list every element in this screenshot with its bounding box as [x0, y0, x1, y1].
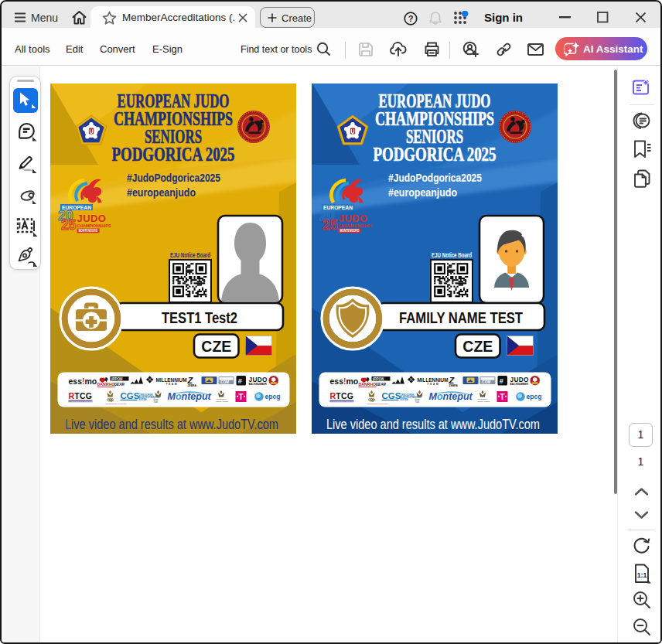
svg-text:RADIO TELEVIZIJA CRNE GORE: RADIO TELEVIZIJA CRNE GORE	[331, 400, 356, 402]
svg-text:Live video and results at www.: Live video and results at www.JudoTV.com	[65, 417, 278, 432]
svg-text:sporta i mladih: sporta i mladih	[478, 400, 490, 403]
svg-text:.COM: .COM	[220, 380, 229, 384]
svg-text:GEAR: GEAR	[376, 383, 387, 387]
svg-text:.COM: .COM	[481, 380, 490, 384]
svg-text:MILLENNIUM: MILLENNIUM	[156, 377, 187, 383]
svg-text:MONTENEGRO: MONTENEGRO	[79, 229, 98, 233]
svg-text:CZE: CZE	[201, 338, 231, 355]
svg-text:ZEBRA: ZEBRA	[188, 384, 197, 387]
svg-text:IPPON: IPPON	[111, 377, 123, 381]
svg-text:CGS: CGS	[382, 391, 401, 400]
svg-text:IPPON: IPPON	[373, 377, 384, 381]
svg-text:EJU Notice Board: EJU Notice Board	[432, 251, 472, 259]
svg-text:TEAM: TEAM	[428, 383, 440, 386]
svg-text:CGS: CGS	[121, 391, 140, 400]
svg-text:#: #	[500, 377, 503, 385]
svg-text:CRNOGORSKI OLIMPIJSKI: CRNOGORSKI OLIMPIJSKI	[106, 403, 128, 404]
svg-text:CRNOGORSKI OLIMPIJSKI: CRNOGORSKI OLIMPIJSKI	[367, 403, 389, 404]
svg-text:CZE: CZE	[462, 338, 493, 355]
svg-text:ess!mo: ess!mo	[69, 377, 97, 386]
svg-text:Tivat: Tivat	[415, 400, 420, 404]
svg-text:T: T	[238, 392, 244, 401]
svg-text:GEAR: GEAR	[114, 383, 125, 387]
svg-text:epcg: epcg	[265, 393, 281, 400]
svg-text:EJU Notice Board: EJU Notice Board	[170, 251, 210, 259]
svg-text:DANRHO: DANRHO	[97, 382, 115, 387]
svg-text:BACKNUMBER: BACKNUMBER	[249, 383, 268, 386]
svg-text:CRNOGORSKI: CRNOGORSKI	[139, 394, 154, 397]
svg-text:25: 25	[322, 217, 338, 233]
svg-text:1:1: 1:1	[637, 571, 647, 579]
svg-text:#europeanjudo: #europeanjudo	[127, 186, 196, 199]
svg-text:CHAMPIONSHIPS: CHAMPIONSHIPS	[339, 223, 373, 228]
svg-text:?: ?	[408, 14, 414, 23]
svg-text:#europeanjudo: #europeanjudo	[388, 186, 457, 199]
svg-text:MONTENEGRO: MONTENEGRO	[340, 229, 360, 233]
svg-text:SISTEM: SISTEM	[401, 398, 409, 401]
svg-text:Live video and results at www.: Live video and results at www.JudoTV.com	[326, 417, 540, 432]
svg-text:RADIO TELEVIZIJA CRNE GORE: RADIO TELEVIZIJA CRNE GORE	[70, 400, 94, 402]
svg-text:T: T	[500, 392, 505, 401]
svg-text:PODGORICA 2025: PODGORICA 2025	[112, 144, 235, 165]
svg-text:MILLENNIUM: MILLENNIUM	[418, 377, 449, 383]
svg-text:ZEBRA: ZEBRA	[449, 384, 459, 387]
svg-text:CHAMPIONSHIPS: CHAMPIONSHIPS	[77, 223, 111, 228]
svg-text:epcg: epcg	[527, 393, 542, 400]
svg-text:TEST1 Test2: TEST1 Test2	[162, 309, 237, 326]
svg-text:DANRHO: DANRHO	[359, 382, 377, 387]
svg-text:CRNOGORSKI: CRNOGORSKI	[401, 394, 415, 397]
svg-text:RTCG: RTCG	[330, 391, 354, 400]
svg-text:PODGORICA 2025: PODGORICA 2025	[374, 144, 496, 165]
svg-text:25: 25	[61, 217, 77, 233]
svg-text:#: #	[238, 377, 242, 385]
svg-text:BACKNUMBER: BACKNUMBER	[510, 383, 529, 386]
svg-text:TEAM: TEAM	[166, 383, 179, 386]
svg-text:FAMILY NAME TEST: FAMILY NAME TEST	[399, 309, 523, 326]
svg-text:ess!mo: ess!mo	[330, 377, 359, 386]
svg-text:Tivat: Tivat	[154, 400, 159, 404]
svg-text:#JudoPodgorica2025: #JudoPodgorica2025	[388, 171, 482, 184]
svg-text:RTCG: RTCG	[69, 391, 93, 400]
svg-text:SISTEM: SISTEM	[139, 398, 148, 401]
svg-text:sporta i mladih: sporta i mladih	[217, 400, 229, 403]
svg-text:#JudoPodgorica2025: #JudoPodgorica2025	[127, 171, 220, 184]
